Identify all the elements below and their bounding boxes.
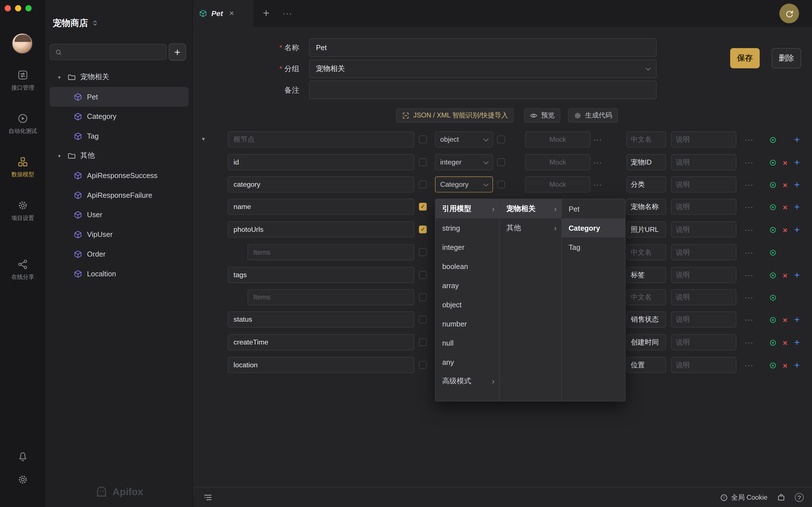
description-input[interactable] (671, 221, 736, 237)
menu-item-array[interactable]: array (436, 276, 499, 295)
description-input[interactable] (671, 199, 736, 215)
type-select[interactable]: integer (435, 154, 493, 170)
tree-item-order[interactable]: Order (50, 244, 188, 264)
tree-item-apiresponsesuccess[interactable]: ApiResponseSuccess (50, 166, 188, 185)
zoom-window-button[interactable] (26, 5, 32, 11)
tree-item-localtion[interactable]: Localtion (50, 264, 188, 284)
generate-code-button[interactable]: 生成代码 (568, 108, 618, 122)
menu-item-model-tag[interactable]: Tag (562, 237, 625, 257)
description-input[interactable] (671, 176, 736, 192)
delete-field-icon[interactable]: × (780, 271, 790, 280)
menu-item-model-pet[interactable]: Pet (562, 199, 625, 218)
project-switcher[interactable]: 宠物商店 (53, 17, 99, 29)
delete-button[interactable]: 删除 (772, 48, 801, 68)
field-name-input[interactable] (228, 334, 414, 350)
advanced-mock-icon[interactable] (768, 180, 777, 189)
delete-field-icon[interactable]: × (780, 180, 790, 189)
avatar[interactable] (12, 33, 33, 54)
add-field-icon[interactable]: + (792, 315, 802, 325)
briefcase-button[interactable] (777, 493, 785, 502)
gear-icon[interactable] (17, 474, 29, 485)
advanced-mock-icon[interactable] (768, 135, 777, 144)
advanced-mock-icon[interactable] (768, 360, 777, 370)
cn-name-input[interactable] (626, 221, 666, 237)
cn-name-input[interactable] (626, 176, 666, 192)
smart-import-button[interactable]: JSON / XML 智能识别/快捷导入 (396, 108, 514, 122)
description-input[interactable] (671, 267, 736, 283)
tree-item-user[interactable]: User (50, 205, 188, 224)
description-input[interactable] (671, 334, 736, 350)
sync-button[interactable] (779, 4, 799, 23)
advanced-mock-icon[interactable] (768, 225, 777, 234)
minimize-window-button[interactable] (15, 5, 21, 11)
field-name-input[interactable] (248, 289, 414, 305)
model-note-input[interactable] (309, 81, 657, 100)
tree-item-tag[interactable]: Tag (50, 126, 188, 146)
field-name-input[interactable] (228, 176, 414, 192)
type-select-open[interactable]: Category (435, 176, 493, 192)
tree-item-category[interactable]: Category (50, 107, 188, 126)
cn-name-input[interactable] (626, 289, 666, 305)
sidebar-item-api-management[interactable]: 接口管理 (0, 69, 46, 92)
field-name-input[interactable] (228, 221, 414, 237)
add-field-icon[interactable]: + (792, 180, 802, 189)
row-more-button[interactable]: ··· (745, 244, 753, 260)
cn-name-input[interactable] (626, 244, 666, 260)
menu-item-group-others[interactable]: 其他 › (500, 218, 561, 237)
required-checkbox[interactable] (419, 158, 427, 166)
required-checkbox-checked[interactable]: ✓ (419, 226, 427, 233)
outline-icon[interactable] (203, 493, 213, 503)
required-checkbox[interactable] (419, 316, 427, 323)
description-input[interactable] (671, 289, 736, 305)
row-more-button[interactable]: ··· (745, 267, 753, 283)
tree-item-pet[interactable]: Pet (50, 87, 188, 107)
add-field-icon[interactable]: + (792, 158, 802, 167)
menu-item-model-category[interactable]: Category (562, 218, 625, 237)
advanced-mock-icon[interactable] (768, 293, 777, 302)
row-more-button[interactable]: ··· (745, 131, 753, 148)
mock-more-button[interactable]: ··· (594, 131, 602, 148)
required-checkbox[interactable] (419, 338, 427, 346)
advanced-mock-icon[interactable] (768, 338, 777, 347)
description-input[interactable] (671, 357, 736, 373)
cn-name-input[interactable] (626, 357, 666, 373)
required-checkbox[interactable] (419, 293, 427, 301)
description-input[interactable] (671, 312, 736, 328)
row-more-button[interactable]: ··· (745, 312, 753, 328)
required-checkbox[interactable] (419, 361, 427, 369)
close-tab-icon[interactable]: × (229, 9, 234, 17)
description-input[interactable] (671, 131, 736, 148)
save-button[interactable]: 保存 (730, 48, 760, 68)
add-field-icon[interactable]: + (792, 338, 802, 347)
nullable-checkbox[interactable] (497, 135, 505, 144)
cn-name-input[interactable] (626, 267, 666, 283)
advanced-mock-icon[interactable] (768, 158, 777, 167)
field-name-input[interactable] (228, 199, 414, 215)
mock-input[interactable] (525, 154, 590, 170)
advanced-mock-icon[interactable] (768, 271, 777, 280)
menu-item-integer[interactable]: integer (436, 237, 499, 257)
sidebar-item-data-models[interactable]: 数据模型 (0, 156, 46, 179)
sidebar-item-automated-testing[interactable]: 自动化测试 (0, 113, 46, 135)
menu-item-number[interactable]: number (436, 314, 499, 333)
search-input[interactable] (65, 48, 161, 56)
mock-more-button[interactable]: ··· (594, 176, 602, 192)
row-more-button[interactable]: ··· (745, 221, 753, 237)
field-name-input[interactable] (228, 312, 414, 328)
tab-pet[interactable]: Pet × (193, 0, 254, 27)
menu-item-null[interactable]: null (436, 333, 499, 352)
cn-name-input[interactable] (626, 312, 666, 328)
model-group-select[interactable]: 宠物相关 (309, 59, 657, 78)
close-window-button[interactable] (5, 5, 11, 11)
new-tab-button[interactable]: + (258, 0, 274, 27)
delete-field-icon[interactable]: × (780, 360, 790, 370)
help-button[interactable]: ? (795, 493, 804, 502)
row-more-button[interactable]: ··· (745, 334, 753, 350)
tab-overflow-button[interactable]: ··· (278, 0, 296, 27)
add-field-icon[interactable]: + (792, 202, 802, 212)
menu-item-group-pets[interactable]: 宠物相关 › (500, 199, 561, 218)
required-checkbox[interactable] (419, 180, 427, 188)
description-input[interactable] (671, 154, 736, 170)
global-cookie-button[interactable]: 全局 Cookie (720, 493, 767, 502)
cn-name-input[interactable] (626, 199, 666, 215)
